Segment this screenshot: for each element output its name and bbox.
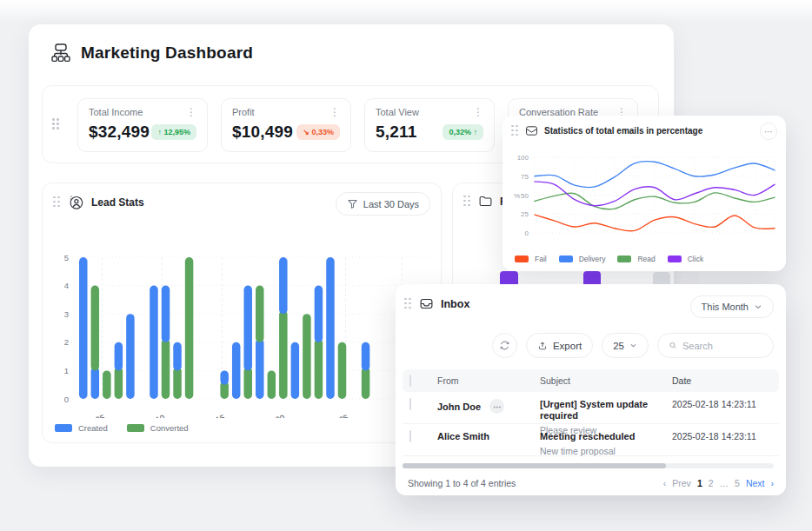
- svg-text:0: 0: [64, 395, 69, 404]
- drag-handle-icon[interactable]: [463, 196, 471, 208]
- svg-text:2: 2: [64, 337, 69, 347]
- period-label: This Month: [702, 302, 749, 312]
- kebab-menu-icon[interactable]: ⋮: [186, 108, 196, 116]
- stat-label: Total View: [376, 107, 419, 117]
- scrollbar-thumb[interactable]: [403, 463, 666, 468]
- svg-text:2025-03-15: 2025-03-15: [183, 413, 226, 418]
- stat-value: $10,499: [232, 123, 293, 142]
- search-input[interactable]: [682, 341, 762, 351]
- stat-label: Total Income: [89, 107, 143, 117]
- search-icon: [669, 340, 677, 351]
- stat-card-total-income: Total Income ⋮ $32,499 ↑ 12,95%: [77, 98, 208, 152]
- stat-value: 5,211: [376, 123, 417, 142]
- export-label: Export: [553, 341, 582, 351]
- prev-chevron-icon[interactable]: ‹: [663, 478, 667, 488]
- kebab-menu-icon[interactable]: ⋮: [329, 108, 340, 116]
- trend-badge: ↘ 0,33%: [296, 124, 340, 140]
- row-menu-button[interactable]: ⋯: [489, 399, 504, 414]
- email-stats-card: Statistics of total emails in percentage…: [503, 116, 786, 271]
- period-select[interactable]: This Month: [690, 295, 774, 318]
- legend-item: Read: [617, 255, 655, 263]
- email-subject: Meeting rescheduled: [540, 431, 672, 442]
- entries-summary: Showing 1 to 4 of 4 entries: [408, 478, 516, 488]
- legend-item: Converted: [127, 423, 189, 433]
- svg-text:50: 50: [521, 192, 529, 200]
- sender-name: John Doe: [437, 402, 481, 412]
- next-button[interactable]: Next: [746, 478, 765, 488]
- legend-item: Click: [668, 255, 703, 263]
- svg-text:2025-03-25: 2025-03-25: [307, 413, 349, 418]
- page-size-value: 25: [613, 341, 624, 351]
- legend-item: Delivery: [559, 255, 606, 263]
- stat-card-profit: Profit ⋮ $10,499 ↘ 0,33%: [221, 98, 351, 152]
- drag-handle-icon[interactable]: [511, 125, 519, 137]
- drag-handle-icon[interactable]: [404, 298, 412, 310]
- legend-item: Fail: [515, 255, 547, 263]
- email-date: 2025-02-18 14:23:11: [672, 399, 779, 409]
- next-chevron-icon[interactable]: ›: [771, 478, 775, 488]
- svg-text:25: 25: [521, 210, 529, 218]
- page-size-select[interactable]: 25: [602, 333, 649, 358]
- folder-icon: [478, 194, 493, 209]
- svg-text:2025-03-20: 2025-03-20: [243, 413, 286, 418]
- prev-button[interactable]: Prev: [672, 478, 691, 488]
- email-line-chart: 1007550250%: [503, 116, 786, 271]
- stat-value: $32,499: [89, 123, 150, 142]
- inbox-icon: [419, 296, 434, 311]
- column-header-from: From: [437, 375, 540, 386]
- lead-legend: CreatedConverted: [55, 423, 189, 433]
- svg-text:75: 75: [521, 173, 529, 181]
- lead-stats-card: Lead Stats Last 30 Days 0123452025-03-05…: [42, 183, 442, 443]
- stat-label: Profit: [232, 107, 255, 117]
- trend-badge: 0,32% ↑: [443, 124, 483, 140]
- envelope-icon: [525, 124, 538, 137]
- email-preview: New time proposal: [540, 446, 672, 456]
- svg-text:%: %: [514, 192, 520, 200]
- row-checkbox[interactable]: [409, 398, 411, 410]
- svg-text:2025-03-10: 2025-03-10: [123, 413, 166, 418]
- page-number[interactable]: 1: [697, 478, 702, 488]
- search-box[interactable]: [657, 333, 774, 358]
- drag-handle-icon[interactable]: [52, 118, 60, 130]
- card-title: Statistics of total emails in percentage: [544, 126, 702, 136]
- svg-text:2025-03-05: 2025-03-05: [63, 413, 106, 418]
- table-row[interactable]: John Doe ⋯ [Urgent] System update requir…: [403, 392, 779, 424]
- horizontal-scrollbar[interactable]: [403, 463, 774, 468]
- page-number[interactable]: 2: [709, 478, 714, 488]
- inbox-table: From Subject Date John Doe ⋯ [Urgent] Sy…: [403, 369, 779, 456]
- table-header-row: From Subject Date: [403, 369, 779, 392]
- chevron-down-icon: [629, 342, 637, 349]
- sender-name: Alice Smith: [437, 431, 489, 441]
- card-title: Inbox: [441, 298, 469, 310]
- inbox-card: Inbox This Month Export 25: [396, 284, 786, 495]
- export-button[interactable]: Export: [526, 333, 593, 358]
- svg-text:4: 4: [64, 281, 69, 290]
- pagination: ‹Prev12…5Next›: [663, 478, 774, 488]
- stat-card-total-view: Total View ⋮ 5,211 0,32% ↑: [364, 98, 495, 152]
- page-title: Marketing Dashboard: [81, 43, 253, 63]
- email-date: 2025-02-18 14:23:11: [672, 431, 779, 441]
- card-more-button[interactable]: ⋯: [760, 123, 777, 140]
- chevron-down-icon: [754, 302, 762, 311]
- svg-text:0: 0: [525, 229, 529, 237]
- svg-text:100: 100: [517, 154, 529, 162]
- legend-item: Created: [55, 423, 108, 433]
- dashboard-page: Marketing Dashboard Total Income ⋮ $32,4…: [0, 0, 812, 531]
- select-all-checkbox[interactable]: [409, 375, 411, 387]
- refresh-button[interactable]: [492, 333, 517, 358]
- sitemap-icon: [50, 42, 72, 64]
- export-icon: [537, 341, 548, 351]
- svg-text:1: 1: [64, 366, 69, 375]
- column-header-subject: Subject: [540, 375, 672, 386]
- page-ellipsis: …: [720, 478, 729, 488]
- trend-badge: ↑ 12,95%: [151, 124, 196, 140]
- email-subject: [Urgent] System update required: [540, 399, 672, 421]
- row-checkbox[interactable]: [409, 430, 411, 442]
- email-legend: FailDeliveryReadClick: [515, 255, 703, 263]
- svg-text:5: 5: [64, 253, 69, 262]
- column-header-date: Date: [672, 375, 779, 386]
- page-header: Marketing Dashboard: [50, 42, 253, 64]
- inbox-toolbar: Export 25: [492, 333, 774, 358]
- page-number[interactable]: 5: [735, 478, 740, 488]
- kebab-menu-icon[interactable]: ⋮: [473, 108, 483, 116]
